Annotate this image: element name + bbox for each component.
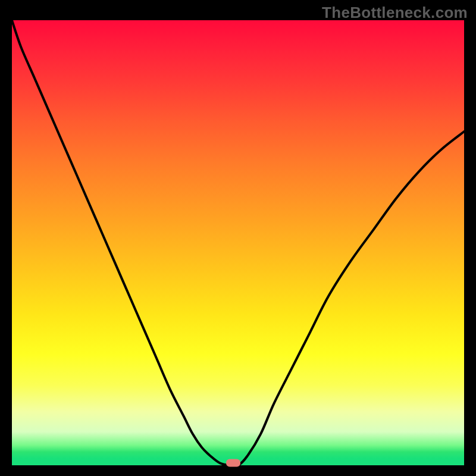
curve-svg bbox=[12, 20, 464, 465]
bottleneck-curve bbox=[12, 20, 464, 465]
plot-area bbox=[12, 20, 464, 465]
chart-container: TheBottleneck.com bbox=[0, 0, 476, 476]
watermark-text: TheBottleneck.com bbox=[322, 4, 468, 22]
optimum-marker bbox=[226, 459, 240, 467]
